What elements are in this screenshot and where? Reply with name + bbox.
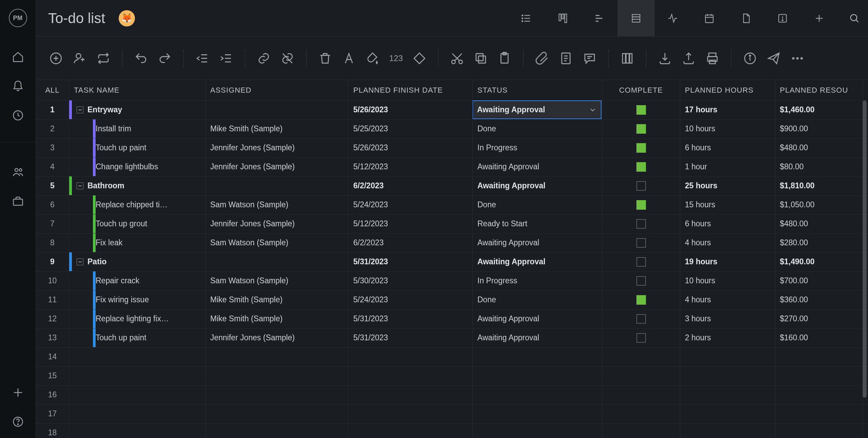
status-cell[interactable]: Awaiting Approval	[473, 100, 602, 119]
status-cell[interactable]	[473, 366, 602, 385]
table-row[interactable]: 8Fix leakSam Watson (Sample)6/2/2023Awai…	[36, 233, 868, 252]
status-cell[interactable]	[473, 423, 602, 438]
status-cell[interactable]: Awaiting Approval	[473, 309, 602, 328]
table-row[interactable]: 12Replace lighting fix…Mike Smith (Sampl…	[36, 309, 868, 328]
view-alert[interactable]	[764, 0, 801, 36]
status-cell[interactable]: Awaiting Approval	[473, 328, 602, 347]
hours-cell[interactable]: 25 hours	[680, 176, 775, 195]
complete-checkbox[interactable]	[636, 333, 646, 343]
resource-cell[interactable]: $1,810.00	[775, 176, 863, 195]
task-cell[interactable]	[69, 385, 205, 404]
assigned-cell[interactable]: Jennifer Jones (Sample)	[205, 157, 349, 176]
print-icon[interactable]	[705, 51, 719, 65]
date-cell[interactable]: 6/2/2023	[349, 176, 473, 195]
attach-icon[interactable]	[535, 51, 549, 65]
assigned-cell[interactable]	[205, 176, 349, 195]
people-icon[interactable]	[12, 166, 24, 178]
vertical-scrollbar[interactable]	[859, 100, 868, 438]
date-cell[interactable]: 5/24/2023	[349, 195, 473, 214]
collapse-toggle[interactable]: −	[77, 107, 83, 113]
complete-cell[interactable]	[602, 404, 680, 423]
complete-checkbox[interactable]	[636, 143, 646, 153]
complete-cell[interactable]	[602, 309, 680, 328]
hours-cell[interactable]: 3 hours	[680, 309, 775, 328]
task-cell[interactable]	[69, 404, 205, 423]
complete-checkbox[interactable]	[636, 295, 646, 305]
hours-cell[interactable]: 1 hour	[680, 157, 775, 176]
row-number[interactable]: 4	[36, 157, 69, 176]
collapse-toggle[interactable]: −	[77, 259, 83, 265]
status-cell[interactable]: Awaiting Approval	[473, 157, 602, 176]
complete-cell[interactable]	[602, 347, 680, 366]
plus-icon[interactable]	[12, 386, 24, 399]
table-row[interactable]: 16	[36, 385, 868, 404]
row-number[interactable]: 14	[36, 347, 69, 366]
send-icon[interactable]	[767, 51, 781, 65]
clock-icon[interactable]	[12, 109, 24, 121]
complete-cell[interactable]	[602, 271, 680, 290]
complete-cell[interactable]	[602, 138, 680, 157]
row-number[interactable]: 5	[36, 176, 69, 195]
row-number[interactable]: 16	[36, 385, 69, 404]
resource-cell[interactable]: $900.00	[775, 119, 863, 138]
resource-cell[interactable]: $80.00	[775, 157, 863, 176]
resource-cell[interactable]: $1,460.00	[775, 100, 863, 119]
date-cell[interactable]: 5/31/2023	[349, 252, 473, 271]
col-status[interactable]: STATUS	[473, 80, 602, 100]
task-cell[interactable]: Fix leak	[69, 233, 205, 252]
indent-icon[interactable]	[219, 51, 233, 65]
assigned-cell[interactable]	[205, 423, 349, 438]
trash-icon[interactable]	[318, 51, 332, 65]
date-cell[interactable]	[349, 366, 473, 385]
date-cell[interactable]: 5/26/2023	[349, 100, 473, 119]
comment-icon[interactable]	[583, 51, 597, 65]
app-logo[interactable]: PM	[9, 9, 27, 27]
assigned-cell[interactable]: Jennifer Jones (Sample)	[205, 214, 349, 233]
hours-cell[interactable]	[680, 385, 775, 404]
text-style-icon[interactable]	[342, 51, 356, 65]
col-complete[interactable]: COMPLETE	[602, 80, 680, 100]
status-cell[interactable]: Done	[473, 119, 602, 138]
col-all[interactable]: ALL	[36, 80, 69, 100]
outdent-icon[interactable]	[195, 51, 210, 65]
complete-cell[interactable]	[602, 214, 680, 233]
bell-icon[interactable]	[12, 80, 24, 92]
hours-cell[interactable]: 2 hours	[680, 328, 775, 347]
link-icon[interactable]	[257, 51, 271, 65]
hours-cell[interactable]: 10 hours	[680, 271, 775, 290]
assigned-cell[interactable]: Jennifer Jones (Sample)	[205, 138, 349, 157]
home-icon[interactable]	[12, 51, 24, 63]
complete-checkbox[interactable]	[636, 257, 646, 267]
row-number[interactable]: 8	[36, 233, 69, 252]
search-button[interactable]	[841, 0, 868, 36]
complete-checkbox[interactable]	[636, 200, 646, 210]
date-cell[interactable]: 5/12/2023	[349, 214, 473, 233]
assigned-cell[interactable]: Sam Watson (Sample)	[205, 233, 349, 252]
assign-icon[interactable]	[73, 51, 87, 65]
complete-cell[interactable]	[602, 328, 680, 347]
briefcase-icon[interactable]	[12, 195, 24, 207]
assigned-cell[interactable]: Mike Smith (Sample)	[205, 119, 349, 138]
resource-cell[interactable]: $480.00	[775, 214, 863, 233]
resource-cell[interactable]: $480.00	[775, 138, 863, 157]
unlink-icon[interactable]	[280, 51, 295, 65]
view-file[interactable]	[728, 0, 764, 36]
row-number[interactable]: 11	[36, 290, 69, 309]
table-row[interactable]: 7Touch up groutJennifer Jones (Sample)5/…	[36, 214, 868, 233]
status-cell[interactable]: Done	[473, 195, 602, 214]
row-number[interactable]: 9	[36, 252, 69, 271]
task-cell[interactable]: Touch up paint	[69, 138, 205, 157]
status-cell[interactable]: In Progress	[473, 138, 602, 157]
table-row[interactable]: 13Touch up paintJennifer Jones (Sample)5…	[36, 328, 868, 347]
hours-cell[interactable]	[680, 366, 775, 385]
collapse-toggle[interactable]: −	[77, 183, 83, 189]
row-number[interactable]: 6	[36, 195, 69, 214]
complete-cell[interactable]	[602, 100, 680, 119]
undo-icon[interactable]	[134, 51, 148, 65]
status-cell[interactable]: Awaiting Approval	[473, 176, 602, 195]
task-cell[interactable]	[69, 423, 205, 438]
complete-cell[interactable]	[602, 233, 680, 252]
view-gantt[interactable]	[581, 0, 618, 36]
table-row[interactable]: 14	[36, 347, 868, 366]
table-row[interactable]: 10Repair crackSam Watson (Sample)5/30/20…	[36, 271, 868, 290]
